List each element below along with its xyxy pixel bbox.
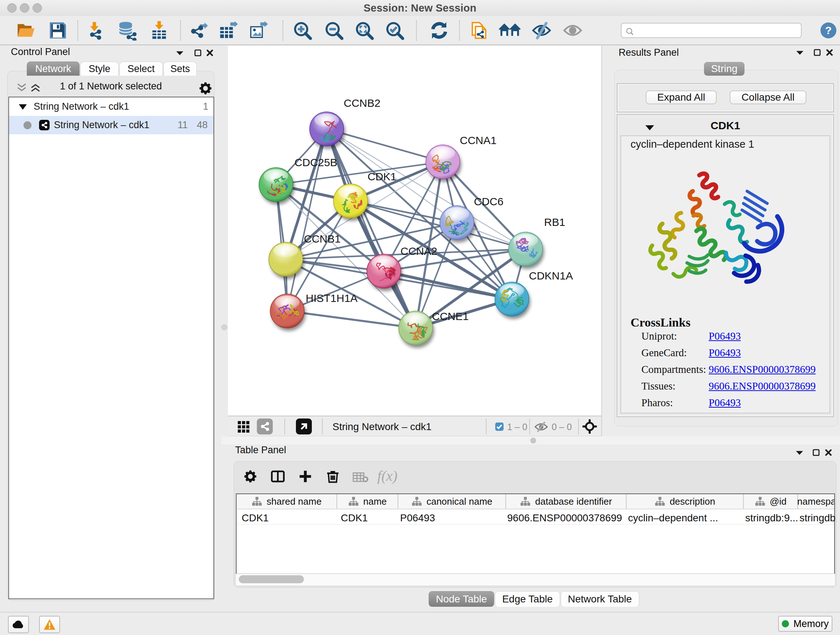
svg-text:CDK1: CDK1: [368, 171, 396, 182]
svg-text:CCNA1: CCNA1: [460, 134, 497, 146]
svg-text:CCNA2: CCNA2: [401, 245, 437, 257]
svg-text:RB1: RB1: [544, 216, 565, 228]
svg-text:HIST1H1A: HIST1H1A: [306, 292, 357, 304]
svg-text:CDKN1A: CDKN1A: [529, 270, 573, 282]
svg-text:CDC25B: CDC25B: [294, 157, 337, 168]
svg-text:CCNB2: CCNB2: [344, 97, 381, 109]
svg-text:CDC6: CDC6: [474, 195, 504, 207]
svg-text:CCNB1: CCNB1: [304, 233, 341, 245]
svg-text:CCNE1: CCNE1: [432, 310, 469, 322]
